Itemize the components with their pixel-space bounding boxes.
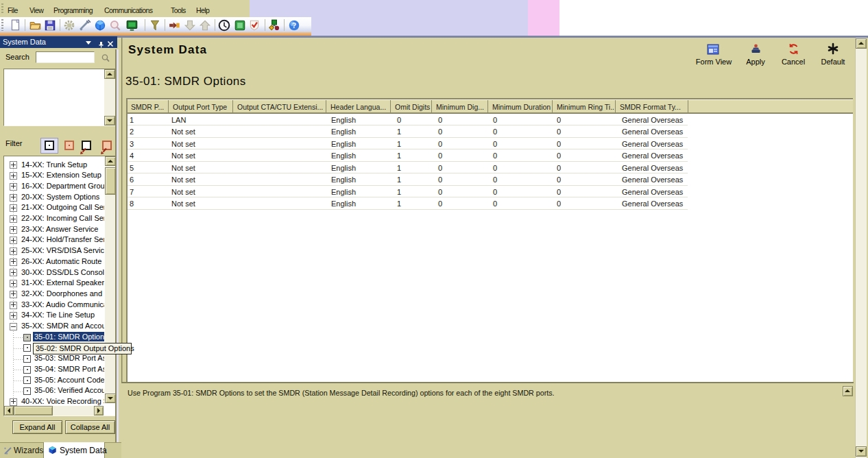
svg-text:?: ? [292, 21, 297, 29]
